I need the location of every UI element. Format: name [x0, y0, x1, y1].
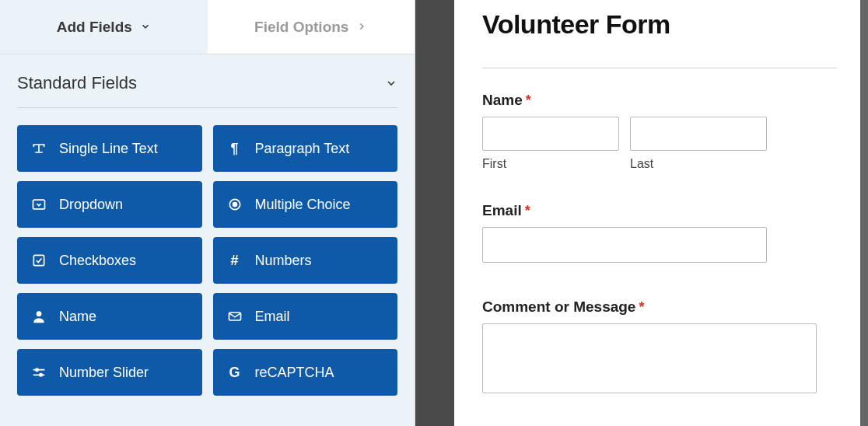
svg-rect-0 — [33, 200, 45, 209]
svg-point-2 — [233, 203, 236, 207]
name-row: First Last — [482, 117, 837, 171]
comment-textarea[interactable] — [482, 323, 817, 393]
comment-label: Comment or Message * — [482, 299, 837, 316]
field-label: reCAPTCHA — [255, 365, 334, 381]
name-label: Name * — [482, 92, 837, 109]
checkbox-icon — [31, 253, 47, 268]
field-label: Dropdown — [59, 197, 123, 213]
email-input[interactable] — [482, 227, 767, 263]
svg-point-4 — [37, 311, 42, 316]
text-type-icon — [31, 141, 47, 156]
sliders-icon — [31, 365, 47, 380]
field-single-line-text[interactable]: Single Line Text — [17, 125, 202, 172]
panel-divider — [415, 0, 448, 426]
field-label: Single Line Text — [59, 141, 158, 157]
first-name-sublabel: First — [482, 157, 619, 171]
tabbar: Add Fields Field Options — [0, 0, 415, 54]
form-title: Volunteer Form — [482, 9, 837, 40]
envelope-icon — [227, 309, 243, 324]
chevron-right-icon — [356, 19, 367, 36]
field-number-slider[interactable]: Number Slider — [17, 349, 202, 396]
hash-icon: # — [227, 253, 243, 268]
name-label-text: Name — [482, 92, 523, 109]
svg-point-9 — [40, 374, 42, 376]
field-numbers[interactable]: # Numbers — [213, 237, 398, 284]
field-paragraph-text[interactable]: ¶ Paragraph Text — [213, 125, 398, 172]
dropdown-icon — [31, 197, 47, 212]
tab-field-options-label: Field Options — [254, 19, 348, 36]
last-name-input[interactable] — [630, 117, 767, 151]
section-header-standard-fields[interactable]: Standard Fields — [0, 54, 415, 93]
field-label: Number Slider — [59, 365, 149, 381]
field-name[interactable]: Name — [17, 293, 202, 340]
form-divider — [482, 68, 837, 68]
field-multiple-choice[interactable]: Multiple Choice — [213, 181, 398, 228]
user-icon — [31, 309, 47, 324]
field-email[interactable]: Email — [213, 293, 398, 340]
radio-icon — [227, 197, 243, 212]
field-label: Name — [59, 309, 96, 325]
field-label: Email — [255, 309, 290, 325]
comment-label-text: Comment or Message — [482, 299, 635, 316]
form-preview: Volunteer Form Name * First Last Email *… — [448, 0, 868, 426]
recaptcha-icon: G — [227, 365, 243, 380]
field-recaptcha[interactable]: G reCAPTCHA — [213, 349, 398, 396]
field-grid: Single Line Text ¶ Paragraph Text Dropdo… — [0, 108, 415, 396]
last-name-sublabel: Last — [630, 157, 767, 171]
field-label: Checkboxes — [59, 253, 136, 269]
required-mark: * — [526, 93, 531, 109]
tab-add-fields[interactable]: Add Fields — [0, 0, 208, 54]
pilcrow-icon: ¶ — [227, 141, 243, 156]
field-checkboxes[interactable]: Checkboxes — [17, 237, 202, 284]
first-name-input[interactable] — [482, 117, 619, 151]
chevron-down-icon — [385, 77, 397, 89]
field-label: Multiple Choice — [255, 197, 351, 213]
required-mark: * — [639, 299, 644, 316]
tab-add-fields-label: Add Fields — [57, 19, 132, 36]
svg-point-8 — [36, 368, 38, 371]
section-title: Standard Fields — [17, 73, 137, 93]
field-label: Paragraph Text — [255, 141, 350, 157]
email-label: Email * — [482, 202, 837, 219]
field-label: Numbers — [255, 253, 312, 269]
required-mark: * — [525, 203, 530, 219]
tab-field-options[interactable]: Field Options — [208, 0, 415, 54]
chevron-down-icon — [140, 19, 151, 36]
field-dropdown[interactable]: Dropdown — [17, 181, 202, 228]
scrollbar[interactable] — [860, 0, 868, 426]
email-label-text: Email — [482, 202, 522, 219]
svg-rect-3 — [33, 255, 44, 265]
fields-panel: Add Fields Field Options Standard Fields… — [0, 0, 415, 426]
